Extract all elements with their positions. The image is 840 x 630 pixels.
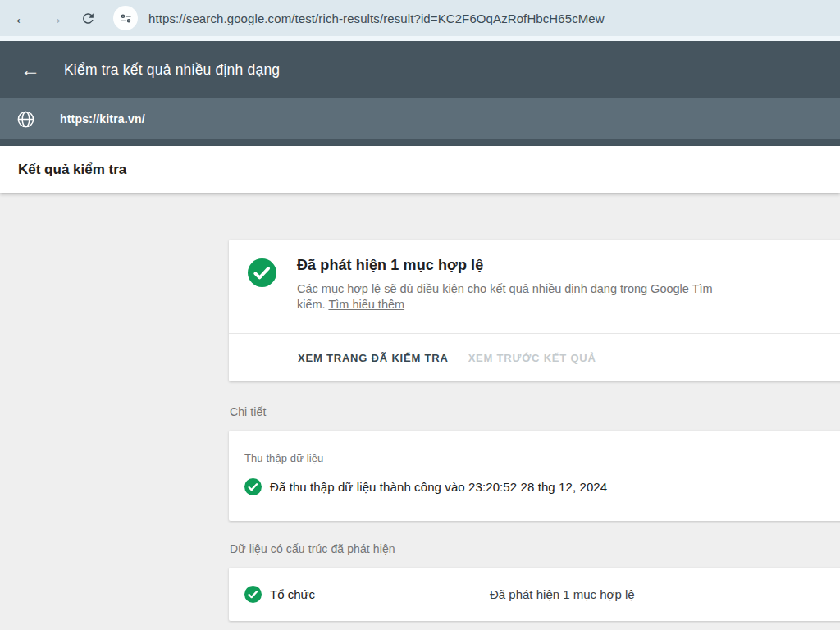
summary-title: Đã phát hiện 1 mục hợp lệ (297, 257, 740, 274)
app-title: Kiểm tra kết quả nhiều định dạng (64, 62, 280, 79)
item-status: Đã phát hiện 1 mục hợp lệ (490, 587, 635, 601)
check-icon (244, 478, 262, 495)
browser-back-button[interactable]: ← (8, 4, 36, 32)
summary-description: Các mục hợp lệ sẽ đủ điều kiện cho kết q… (297, 281, 740, 312)
browser-toolbar: ← → https://search.google.com/test/rich-… (0, 0, 840, 36)
check-icon (244, 586, 262, 603)
crawl-label: Thu thập dữ liệu (244, 452, 840, 464)
tested-url: https://kitra.vn/ (60, 112, 145, 126)
browser-forward-button[interactable]: → (41, 4, 69, 32)
reload-icon (80, 11, 96, 26)
view-tested-page-button[interactable]: XEM TRANG ĐÃ KIỂM TRA (296, 344, 450, 372)
app-back-button[interactable]: ← (18, 57, 43, 82)
back-arrow-icon: ← (21, 58, 40, 81)
crawl-status: Đã thu thập dữ liệu thành công vào 23:20… (270, 480, 607, 494)
crawl-status-row: Đã thu thập dữ liệu thành công vào 23:20… (244, 478, 840, 495)
app-header: ← Kiểm tra kết quả nhiều định dạng https… (0, 41, 840, 146)
globe-icon (16, 110, 35, 129)
details-label: Chi tiết (230, 405, 840, 418)
structured-data-row[interactable]: Tổ chức Đã phát hiện 1 mục hợp lệ (229, 568, 840, 621)
content-area: Đã phát hiện 1 mục hợp lệ Các mục hợp lệ… (0, 193, 840, 630)
page-title: Kết quả kiểm tra (18, 162, 126, 178)
tested-url-bar: https://kitra.vn/ (0, 98, 840, 139)
crawl-card: Thu thập dữ liệu Đã thu thập dữ liệu thà… (229, 431, 840, 521)
result-bar: Kết quả kiểm tra (0, 146, 840, 193)
summary-card: Đã phát hiện 1 mục hợp lệ Các mục hợp lệ… (229, 240, 840, 381)
learn-more-link[interactable]: Tìm hiểu thêm (328, 298, 404, 311)
preview-results-button[interactable]: XEM TRƯỚC KẾT QUẢ (467, 344, 598, 372)
item-type: Tổ chức (270, 587, 315, 601)
url-text: https://search.google.com/test/rich-resu… (148, 11, 605, 25)
browser-reload-button[interactable] (74, 4, 102, 32)
address-bar[interactable]: https://search.google.com/test/rich-resu… (113, 4, 832, 32)
success-check-icon (248, 258, 276, 287)
site-settings-icon[interactable] (113, 6, 138, 30)
structured-data-label: Dữ liệu có cấu trúc đã phát hiện (230, 542, 840, 555)
